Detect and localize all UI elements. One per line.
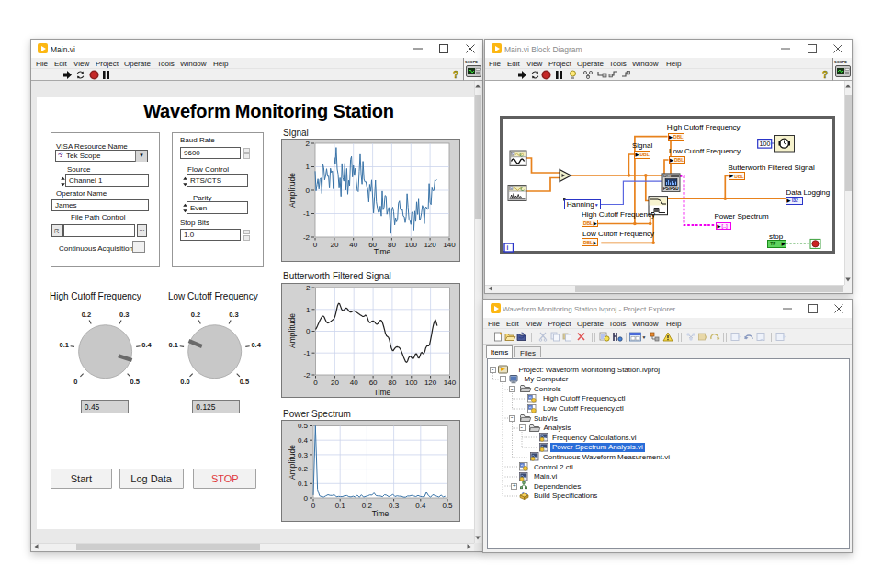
- svg-text:20: 20: [330, 241, 338, 249]
- svg-text:0.2: 0.2: [82, 311, 91, 319]
- svg-text:0.0: 0.0: [180, 378, 189, 386]
- svg-text:0: 0: [304, 494, 309, 503]
- svg-text:0.3: 0.3: [229, 311, 238, 319]
- svg-text:Amplitude: Amplitude: [288, 173, 297, 208]
- svg-text:0: 0: [306, 187, 311, 195]
- svg-text:Time: Time: [374, 388, 391, 397]
- svg-text:100: 100: [405, 241, 418, 249]
- svg-text:Time: Time: [374, 247, 391, 256]
- svg-text:0: 0: [306, 327, 311, 335]
- svg-text:0.5: 0.5: [298, 422, 309, 430]
- svg-text:100: 100: [760, 141, 771, 147]
- svg-text:0.3: 0.3: [119, 311, 129, 319]
- svg-text:0.4: 0.4: [141, 341, 152, 349]
- svg-text:0: 0: [313, 241, 318, 249]
- svg-text:100: 100: [405, 379, 418, 387]
- svg-text:0.1: 0.1: [298, 480, 309, 488]
- svg-text:140: 140: [443, 241, 456, 249]
- svg-text:0.5: 0.5: [442, 502, 453, 510]
- svg-text:140: 140: [444, 379, 457, 387]
- svg-text:Amplitude: Amplitude: [288, 313, 297, 348]
- svg-text:0.1: 0.1: [169, 341, 178, 349]
- svg-text:i: i: [506, 244, 508, 251]
- svg-text:40: 40: [349, 241, 357, 249]
- svg-text:0.4: 0.4: [251, 341, 261, 349]
- svg-text:1: 1: [306, 163, 311, 171]
- svg-text:80: 80: [388, 379, 396, 387]
- svg-text:0.3: 0.3: [298, 451, 309, 459]
- svg-text:?: ?: [453, 70, 458, 80]
- svg-text:-1: -1: [303, 209, 311, 218]
- svg-text:-2: -2: [303, 233, 311, 242]
- svg-text:Time: Time: [372, 509, 390, 518]
- svg-text:PS/PSD: PS/PSD: [663, 187, 680, 191]
- svg-text:0: 0: [74, 378, 77, 386]
- svg-text:0: 0: [311, 502, 316, 510]
- svg-text:120: 120: [424, 241, 436, 249]
- svg-text:60: 60: [369, 379, 378, 387]
- svg-text:-2: -2: [303, 371, 311, 379]
- svg-text:40: 40: [350, 379, 358, 387]
- svg-text:0.1: 0.1: [335, 502, 346, 510]
- svg-text:0.4: 0.4: [298, 436, 309, 445]
- svg-text:0.1: 0.1: [59, 341, 68, 349]
- svg-text:0.4: 0.4: [415, 502, 426, 510]
- svg-text:1: 1: [306, 306, 311, 314]
- svg-text:0.2: 0.2: [191, 311, 200, 319]
- svg-text:20: 20: [331, 379, 339, 387]
- svg-text:Amplitude: Amplitude: [288, 445, 297, 480]
- svg-text:0.5: 0.5: [240, 378, 249, 386]
- svg-text:0.2: 0.2: [298, 465, 309, 473]
- svg-text:0.3: 0.3: [389, 502, 400, 510]
- svg-text:120: 120: [424, 379, 437, 387]
- svg-text:2: 2: [306, 284, 311, 292]
- svg-text:POW: POW: [664, 175, 672, 178]
- svg-text:2: 2: [306, 140, 311, 148]
- svg-text:0: 0: [313, 379, 318, 387]
- svg-text:-1: -1: [303, 349, 311, 357]
- svg-text:0.5: 0.5: [130, 378, 140, 386]
